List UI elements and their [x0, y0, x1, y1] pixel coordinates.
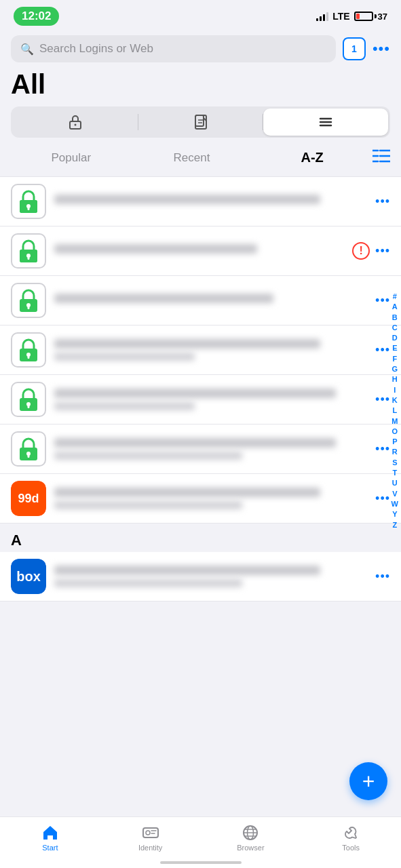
alpha-d[interactable]: D [392, 333, 398, 342]
tab-identity[interactable]: Identity [127, 824, 174, 852]
segment-menu[interactable] [263, 108, 388, 136]
item-content [54, 339, 367, 361]
battery-fill [356, 14, 360, 19]
item-icon-lock [11, 332, 46, 368]
item-subtitle-blurred [54, 353, 195, 361]
alpha-m[interactable]: M [392, 416, 398, 426]
svg-point-1 [74, 124, 76, 126]
sort-recent[interactable]: Recent [132, 147, 252, 169]
alphabet-sidebar[interactable]: # A B C D E F G H I K L M O P R S T U V … [392, 292, 398, 530]
tab-count-button[interactable]: 1 [343, 37, 366, 60]
alpha-t[interactable]: T [392, 468, 397, 477]
item-title-blurred [54, 389, 336, 398]
99d-logo: 99d [11, 481, 46, 516]
alpha-b[interactable]: B [392, 313, 398, 322]
items-container: ••• ! ••• [0, 176, 401, 601]
item-more-button[interactable]: ••• [375, 393, 390, 407]
list-view-icon[interactable] [373, 149, 390, 167]
alpha-e[interactable]: E [392, 343, 397, 353]
add-button[interactable]: + [349, 762, 387, 800]
segment-lock[interactable] [13, 108, 138, 136]
list-item[interactable]: ! ••• [0, 226, 401, 276]
item-subtitle-blurred [54, 452, 242, 460]
item-content [54, 244, 344, 258]
alpha-r[interactable]: R [392, 447, 398, 456]
house-icon [41, 824, 59, 842]
item-actions: ••• [375, 393, 390, 407]
tab-browser-label: Browser [237, 844, 264, 852]
item-title-blurred [54, 294, 273, 303]
tab-bar: Start Identity Browser Tools [0, 816, 401, 868]
segment-doc[interactable] [138, 108, 263, 136]
item-content [54, 389, 367, 410]
item-more-button[interactable]: ••• [375, 343, 390, 357]
battery-body [354, 12, 373, 21]
item-icon-lock [11, 382, 46, 417]
home-indicator [160, 861, 242, 864]
tab-browser[interactable]: Browser [227, 824, 274, 852]
lte-label: LTE [332, 11, 349, 22]
item-title-blurred [54, 244, 257, 254]
item-content [54, 195, 367, 208]
alpha-l[interactable]: L [392, 406, 397, 415]
list-item[interactable]: ••• [0, 176, 401, 226]
list-item[interactable]: ••• [0, 276, 401, 326]
svg-rect-22 [28, 256, 30, 260]
battery-tip [375, 14, 377, 18]
item-actions: ••• [375, 570, 390, 584]
alpha-z[interactable]: Z [392, 520, 397, 530]
list-item[interactable]: 99d ••• [0, 474, 401, 524]
sort-az[interactable]: A-Z [252, 146, 373, 170]
sort-popular[interactable]: Popular [11, 147, 132, 169]
tab-start[interactable]: Start [26, 824, 74, 852]
alpha-y[interactable]: Y [392, 509, 397, 519]
item-more-button[interactable]: ••• [375, 294, 390, 308]
alpha-v[interactable]: V [392, 489, 397, 498]
tab-tools-label: Tools [342, 844, 360, 852]
page-title: All [0, 68, 401, 106]
list-item[interactable]: ••• [0, 425, 401, 474]
list-item[interactable]: ••• [0, 326, 401, 375]
alpha-a[interactable]: A [392, 302, 398, 311]
search-input-wrap[interactable]: 🔍 Search Logins or Web [11, 35, 336, 62]
item-content [54, 294, 367, 307]
alpha-f[interactable]: F [392, 354, 397, 363]
item-subtitle-blurred [54, 402, 195, 410]
item-more-button[interactable]: ••• [375, 244, 390, 258]
alpha-w[interactable]: W [392, 499, 398, 509]
tab-start-label: Start [42, 844, 58, 852]
section-label-a: A [0, 524, 401, 552]
list-item[interactable]: ••• [0, 375, 401, 425]
alpha-u[interactable]: U [392, 478, 398, 488]
tab-tools[interactable]: Tools [327, 824, 375, 852]
svg-rect-34 [28, 454, 30, 458]
search-input[interactable]: Search Logins or Web [39, 42, 153, 56]
more-menu-button[interactable]: ••• [373, 40, 390, 58]
item-more-button[interactable]: ••• [375, 570, 390, 584]
alpha-c[interactable]: C [392, 323, 398, 332]
alpha-o[interactable]: O [392, 427, 398, 436]
search-bar-container: 🔍 Search Logins or Web 1 ••• [0, 30, 401, 68]
globe-icon [242, 824, 259, 842]
alpha-i[interactable]: I [394, 385, 396, 395]
status-time: 12:02 [14, 7, 59, 26]
item-more-button[interactable]: ••• [375, 492, 390, 506]
item-title-blurred [54, 195, 320, 204]
alpha-k[interactable]: K [392, 395, 398, 405]
alpha-g[interactable]: G [392, 364, 398, 374]
item-icon-box: box [11, 559, 46, 594]
alpha-h[interactable]: H [392, 374, 398, 384]
alpha-s[interactable]: S [392, 458, 397, 467]
item-icon-lock [11, 283, 46, 318]
box-logo: box [11, 559, 46, 594]
item-more-button[interactable]: ••• [375, 442, 390, 456]
item-subtitle-blurred [54, 579, 242, 587]
alpha-p[interactable]: P [392, 437, 397, 446]
svg-rect-31 [28, 405, 30, 408]
list-item[interactable]: box ••• [0, 552, 401, 601]
alpha-hash[interactable]: # [393, 292, 397, 301]
item-actions: ••• [375, 343, 390, 357]
item-more-button[interactable]: ••• [375, 195, 390, 209]
item-content [54, 488, 367, 509]
segment-control [11, 106, 390, 138]
